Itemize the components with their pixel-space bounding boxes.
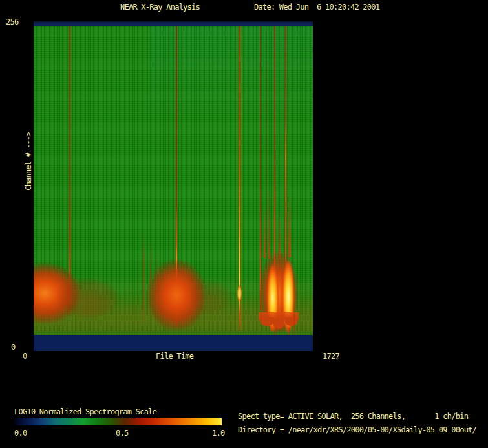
event-streak — [274, 21, 275, 268]
flare-drip — [261, 307, 262, 326]
x-axis-max-tick: 1727 — [323, 352, 339, 361]
event-streak — [285, 21, 286, 266]
y-axis-label: Channel # ---> — [25, 130, 33, 193]
flare-drip — [275, 326, 277, 335]
flare-scallop — [260, 317, 274, 326]
flare-drip — [293, 314, 295, 335]
y-axis-max-tick: 256 — [6, 18, 18, 27]
colorbar-tick-max: 1.0 — [212, 429, 224, 438]
y-axis-min-tick: 0 — [11, 343, 15, 352]
flare-scallop — [285, 317, 297, 326]
x-axis-min-tick: 0 — [23, 352, 27, 361]
flare-drip — [288, 328, 290, 335]
colorbar-tick-min: 0.0 — [14, 429, 27, 438]
spectrogram-plot — [34, 21, 313, 351]
spectrogram-top-band — [34, 21, 313, 26]
event-blob-middle-halo — [191, 275, 243, 320]
spectrogram-bottom-band — [34, 335, 313, 351]
near-xray-analysis-window: NEAR X-Ray Analysis Date: Wed Jun 6 10:2… — [0, 0, 488, 448]
x-axis-label: File Time — [156, 352, 193, 361]
event-blob-left-halo — [57, 271, 134, 325]
page-title: NEAR X-Ray Analysis — [120, 3, 200, 12]
spect-type-line: Spect type= ACTIVE SOLAR, 256 Channels, … — [238, 412, 468, 421]
colorbar-gradient — [14, 418, 222, 425]
directory-line: Directory = /near/xdr/XRS/2000/05-00/XSd… — [238, 426, 476, 434]
colorbar-title: LOG10 Normalized Spectrogram Scale — [14, 408, 156, 416]
colorbar-tick-mid: 0.5 — [116, 429, 128, 438]
header-date: Date: Wed Jun 6 10:20:42 2001 — [254, 3, 379, 12]
teal-noise-tint — [150, 26, 313, 123]
